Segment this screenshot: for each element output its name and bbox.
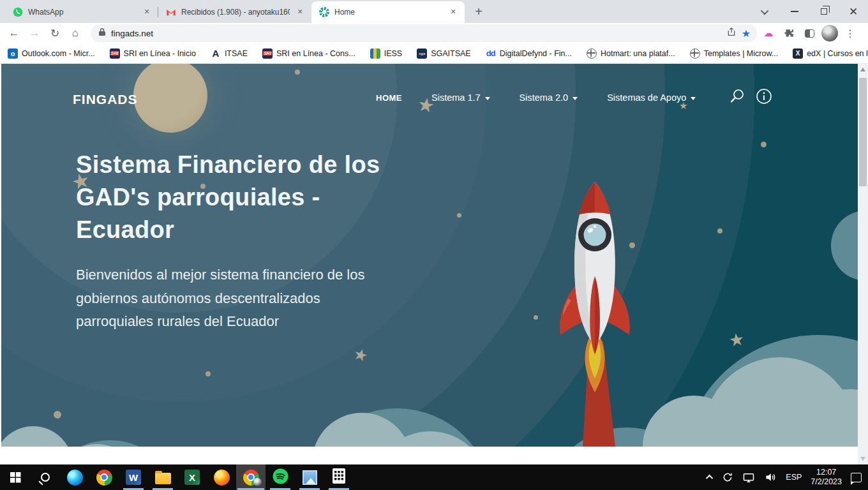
iess-icon [370,48,380,59]
url-text: fingads.net [111,29,153,38]
minimize-button[interactable] [780,0,809,23]
chevron-down-icon [572,97,578,100]
bookmark-itsae[interactable]: AITSAE [211,48,248,59]
lock-icon [98,27,106,39]
rocket-illustration [547,181,643,447]
taskbar-excel[interactable]: X [177,464,207,490]
fingads-favicon [319,7,329,17]
page-title: Sistema Financiero de los GAD's parroqui… [76,149,380,246]
globe-icon [690,48,700,59]
bookmark-sgaitsae[interactable]: sgaSGAITSAE [417,48,471,59]
scrollbar[interactable] [858,64,868,464]
taskbar-edge[interactable] [60,464,89,490]
site-nav: HOME Sistema 1.7 Sistema 2.0 Sistemas de… [376,93,696,103]
star-decoration: ★ [728,330,745,350]
dot-decoration [534,315,538,320]
browser-menu-icon[interactable]: ⋮ [841,24,859,42]
bookmark-star-icon[interactable]: ★ [742,27,751,40]
search-icon [41,473,50,482]
bookmark-hotmart[interactable]: Hotmart: una plataf... [587,48,675,59]
nav-sistema-1-7[interactable]: Sistema 1.7 [431,93,490,103]
tab-gmail[interactable]: Recibidos (1.908) - anyotaku1606 × [158,1,311,23]
edge-icon [67,470,83,486]
share-icon[interactable] [726,27,737,40]
new-tab-button[interactable]: + [470,3,488,21]
bookmark-iess[interactable]: IESS [370,48,403,59]
taskbar-calculator[interactable] [324,464,354,490]
close-window-button[interactable]: ✕ [839,0,868,23]
site-search-icon[interactable] [729,88,745,105]
notification-center-icon[interactable] [851,473,862,482]
bookmark-edx[interactable]: XedX | Cursos en líne... [793,48,868,59]
taskbar-search-button[interactable] [31,464,60,490]
tab-home-active[interactable]: Home × [311,1,465,23]
tray-sync-icon[interactable] [722,471,733,483]
taskbar-chrome-active[interactable] [236,464,266,490]
restore-icon [821,8,827,15]
window-controls: ✕ [751,0,868,23]
nav-sistemas-de-apoyo[interactable]: Sistemas de Apoyo [607,93,696,103]
gmail-icon [166,7,176,17]
tab-search-button[interactable] [751,0,780,23]
forward-button[interactable]: → [26,24,43,42]
taskbar-file-explorer[interactable] [148,464,177,490]
star-decoration: ★ [352,345,370,364]
extension-cloud-icon[interactable]: ☁ [760,24,777,42]
scrollbar-thumb[interactable] [859,78,867,186]
profile-badge [253,478,262,486]
site-logo[interactable]: FINGADS [73,92,138,107]
itsae-icon: A [211,48,221,59]
taskbar-chrome[interactable] [89,464,119,490]
back-button[interactable]: ← [5,24,23,42]
restore-button[interactable] [809,0,839,23]
language-indicator[interactable]: ESP [786,473,802,482]
bookmark-digitaldefynd[interactable]: ddDigitalDefynd - Fin... [486,48,572,59]
network-icon[interactable] [742,472,755,483]
windows-taskbar: W X ESP 12:07 7/2 [0,464,868,490]
address-bar[interactable]: fingads.net ★ [91,24,757,42]
clock[interactable]: 12:07 7/2/2023 [811,468,842,487]
close-icon[interactable]: × [448,7,458,17]
site-header: FINGADS HOME Sistema 1.7 Sistema 2.0 Sis… [1,64,858,134]
dot-decoration [457,213,461,218]
browser-tab-strip: WhatsApp × Recibidos (1.908) - anyotaku1… [0,0,868,23]
tab-whatsapp[interactable]: WhatsApp × [5,1,158,23]
bookmark-templates[interactable]: Templates | Microw... [690,48,778,59]
reload-button[interactable]: ↻ [46,24,64,42]
bookmark-outlook[interactable]: oOutlook.com - Micr... [8,48,95,59]
scroll-down-arrow[interactable] [860,457,865,461]
nav-sistema-2-0[interactable]: Sistema 2.0 [520,93,578,103]
site-info-icon[interactable] [756,88,772,105]
volume-icon[interactable] [764,471,777,483]
dot-decoration [717,228,722,234]
desktop: WhatsApp × Recibidos (1.908) - anyotaku1… [0,0,868,490]
close-icon[interactable]: × [295,7,305,17]
outlook-icon: o [8,48,18,59]
dot-decoration [761,142,767,147]
extensions-puzzle-icon[interactable] [780,24,798,42]
page-viewport: ★ ★ ★ ★ ★ [0,64,868,464]
tab-title: Recibidos (1.908) - anyotaku1606 [181,8,290,17]
bookmark-sri-inicio[interactable]: SRISRI en Línea - Inicio [110,48,196,59]
taskbar-firefox[interactable] [207,464,236,490]
start-button[interactable] [0,464,31,490]
taskbar-spotify[interactable] [266,464,295,490]
sgaitsae-icon: sga [417,48,427,59]
sri-icon: SRI [262,48,273,59]
hero-section: ★ ★ ★ ★ ★ [1,64,858,447]
taskbar-word[interactable]: W [119,464,148,490]
tab-title: WhatsApp [28,8,137,17]
tray-chevron-up-icon[interactable] [706,475,713,482]
photos-icon [303,470,317,485]
close-icon[interactable]: × [142,7,152,17]
profile-avatar[interactable] [821,24,839,42]
chrome-icon [96,470,112,486]
bookmark-sri-consultas[interactable]: SRISRI en Línea - Cons... [262,48,355,59]
side-panel-icon[interactable] [800,24,818,42]
nav-home[interactable]: HOME [376,93,402,103]
taskbar-photos[interactable] [295,464,324,490]
home-button[interactable]: ⌂ [66,24,84,42]
minimize-icon [791,11,798,12]
folder-icon [155,473,171,484]
scroll-up-arrow[interactable] [860,68,865,71]
